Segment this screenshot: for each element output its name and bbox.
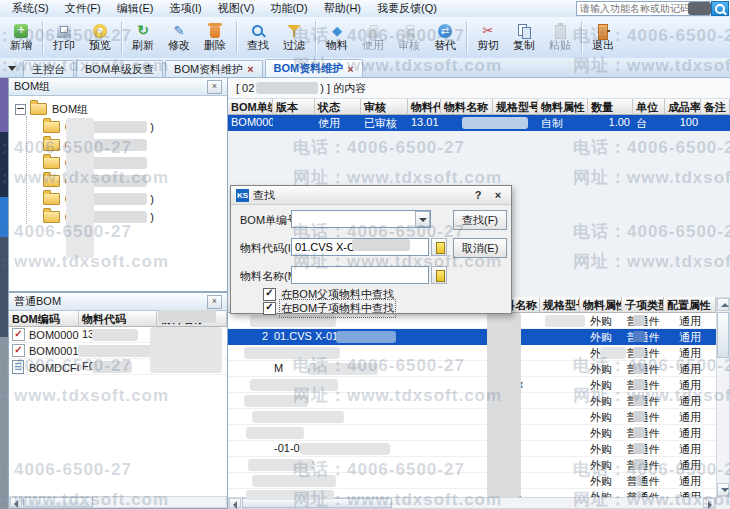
toolbar-button[interactable]: 打印 bbox=[46, 18, 82, 57]
table-row[interactable]: BOM00010 bbox=[9, 343, 227, 359]
tree-node[interactable]: 02. bbox=[15, 136, 227, 154]
toolbar-button[interactable]: 刷新 bbox=[125, 18, 161, 57]
tab-close-icon[interactable]: × bbox=[247, 64, 253, 74]
toolbar-button[interactable]: 剪切 bbox=[470, 18, 506, 57]
find-button[interactable]: 查找(F) bbox=[453, 210, 507, 230]
column-header[interactable]: 物料代码 bbox=[408, 99, 441, 115]
tab-2[interactable]: BOM单级反查 bbox=[76, 60, 163, 77]
function-search-input[interactable] bbox=[576, 1, 710, 16]
column-header[interactable]: 数量 bbox=[588, 99, 633, 115]
dialog-close-button[interactable]: × bbox=[490, 189, 506, 201]
tree-node[interactable]: 07.) bbox=[15, 208, 227, 226]
content-title: [ 02) ] 的内容 bbox=[228, 77, 730, 99]
column-header[interactable]: 状态 bbox=[315, 99, 361, 115]
column-header[interactable]: 规格型号 bbox=[540, 297, 580, 313]
tree-node[interactable]: 01.) bbox=[15, 118, 227, 136]
table-row[interactable]: BOMDCFCX004F0 bbox=[9, 359, 227, 375]
detail-row[interactable]: M外购普通件通用 bbox=[228, 361, 716, 377]
tree-node[interactable]: 05. bbox=[15, 172, 227, 190]
tab-3[interactable]: BOM资料维护× bbox=[165, 60, 263, 77]
detail-row[interactable]: 8控板外购普通件通用 bbox=[228, 393, 716, 409]
tab-4[interactable]: BOM资料维护× bbox=[265, 59, 363, 77]
tab-list-dropdown-icon[interactable] bbox=[5, 61, 19, 75]
detail-row[interactable]: 11外购普通件通用 bbox=[228, 473, 716, 489]
folder-icon bbox=[30, 103, 47, 115]
horizontal-scrollbar[interactable] bbox=[228, 497, 716, 509]
dialog-help-button[interactable]: ? bbox=[470, 189, 486, 201]
detail-row[interactable]: 外购普通件通用 bbox=[228, 345, 716, 361]
detail-row[interactable]: 201.CVS X-01外购普通件通用 bbox=[228, 329, 716, 345]
column-header[interactable]: 备注 bbox=[701, 99, 730, 115]
material-name-input[interactable] bbox=[291, 266, 429, 284]
detail-row[interactable]: 接板外购普通件通用 bbox=[228, 409, 716, 425]
bom-no-combobox[interactable] bbox=[291, 210, 431, 228]
column-header[interactable]: 单位 bbox=[633, 99, 665, 115]
tab-1[interactable]: 主控台 bbox=[23, 60, 74, 77]
toolbar-button[interactable]: 查找 bbox=[240, 18, 276, 57]
menu-item[interactable]: 视图(V) bbox=[210, 0, 263, 17]
bom-header-row-selected[interactable]: BOM00000使用已审核13.01自制1.00台100 bbox=[228, 115, 730, 131]
cancel-button[interactable]: 取消(E) bbox=[453, 238, 507, 258]
toolbar-button[interactable]: 修改 bbox=[161, 18, 197, 57]
close-panel-icon[interactable]: × bbox=[207, 295, 222, 309]
toolbar-button-label: 过滤 bbox=[283, 39, 305, 51]
column-header[interactable]: 物料名称 bbox=[157, 311, 227, 327]
menu-item[interactable]: 系统(S) bbox=[4, 0, 57, 17]
column-header[interactable]: 物料名称 bbox=[441, 99, 493, 115]
column-header[interactable]: 物料属性 bbox=[538, 99, 588, 115]
detail-row[interactable]: -01-08外购普通件通用 bbox=[228, 441, 716, 457]
vertical-scrollbar[interactable] bbox=[716, 297, 730, 497]
toolbar-button[interactable]: 新增 bbox=[3, 18, 39, 57]
toolbar-button[interactable]: 过滤 bbox=[276, 18, 312, 57]
horizontal-scrollbar[interactable] bbox=[9, 496, 227, 508]
detail-row[interactable]: 外购普通件通用 bbox=[228, 457, 716, 473]
column-header[interactable]: 配置属性 bbox=[664, 297, 716, 313]
toolbar-button[interactable]: 替代 bbox=[427, 18, 463, 57]
column-header[interactable]: 规格型号 bbox=[493, 99, 538, 115]
column-header[interactable]: BOM单编号 bbox=[228, 99, 273, 115]
search-parent-checkbox-row[interactable]: 在BOM父项物料中查找 bbox=[263, 287, 394, 302]
checkbox-checked-icon[interactable] bbox=[263, 302, 276, 315]
cell-seq bbox=[228, 361, 271, 376]
detail-row[interactable]: CB 5x外购普通件通用 bbox=[228, 377, 716, 393]
toolbar-button[interactable]: 物料 bbox=[319, 18, 355, 57]
search-child-checkbox-row[interactable]: 在BOM子项物料中查找 bbox=[263, 301, 394, 316]
toolbar-button[interactable]: 退出 bbox=[585, 18, 621, 57]
toolbar-button[interactable]: 预览 bbox=[82, 18, 118, 57]
tree-node[interactable]: 06.) bbox=[15, 190, 227, 208]
tab-close-icon[interactable]: × bbox=[347, 64, 353, 74]
checkbox-checked-icon[interactable] bbox=[263, 288, 276, 301]
column-header[interactable]: 子项类型 bbox=[622, 297, 664, 313]
search-go-button[interactable] bbox=[711, 1, 729, 16]
column-header[interactable]: 物料属性 bbox=[580, 297, 622, 313]
material-code-lookup-button[interactable] bbox=[431, 238, 447, 256]
column-header[interactable]: 审核 bbox=[361, 99, 408, 115]
find-dialog: KS 查找 ? × BOM单编号(C)： 查找(F) 物料代码(I)： 取消(E… bbox=[230, 185, 512, 314]
menu-item[interactable]: 功能(D) bbox=[262, 0, 315, 17]
column-header[interactable]: 版本 bbox=[273, 99, 315, 115]
tree-node[interactable]: 03. bbox=[15, 154, 227, 172]
tree-collapse-icon[interactable] bbox=[15, 104, 26, 115]
plus-icon bbox=[14, 24, 28, 38]
find-dialog-titlebar[interactable]: KS 查找 ? × bbox=[231, 186, 511, 205]
menu-item[interactable]: 帮助(H) bbox=[316, 0, 369, 17]
menu-item[interactable]: 编辑(E) bbox=[109, 0, 162, 17]
menu-item[interactable]: 文件(F) bbox=[57, 0, 109, 17]
material-name-lookup-button[interactable] bbox=[431, 266, 447, 284]
combobox-dropdown-icon[interactable] bbox=[415, 211, 430, 227]
tree-root-node[interactable]: BOM组 bbox=[15, 100, 227, 118]
menu-item[interactable]: 我要反馈(Q) bbox=[369, 0, 445, 17]
table-row[interactable]: BOM0000913 bbox=[9, 327, 227, 343]
close-panel-icon[interactable]: × bbox=[207, 80, 222, 94]
toolbar-button[interactable]: 删除 bbox=[197, 18, 233, 57]
detail-row[interactable]: 天外购普通件通用 bbox=[228, 425, 716, 441]
column-header[interactable]: 成品率(%) bbox=[665, 99, 701, 115]
column-header[interactable]: 物料代码 bbox=[79, 311, 157, 327]
tree-node-label-tail: ) bbox=[150, 121, 154, 133]
menu-item[interactable]: 选项(I) bbox=[161, 0, 209, 17]
detail-row[interactable]: HB 线外购普通件通用 bbox=[228, 489, 716, 497]
column-header[interactable]: BOM编码 bbox=[9, 311, 79, 327]
toolbar-button[interactable]: 复制 bbox=[506, 18, 542, 57]
copy-icon bbox=[516, 24, 532, 38]
material-code-input[interactable] bbox=[291, 238, 429, 256]
